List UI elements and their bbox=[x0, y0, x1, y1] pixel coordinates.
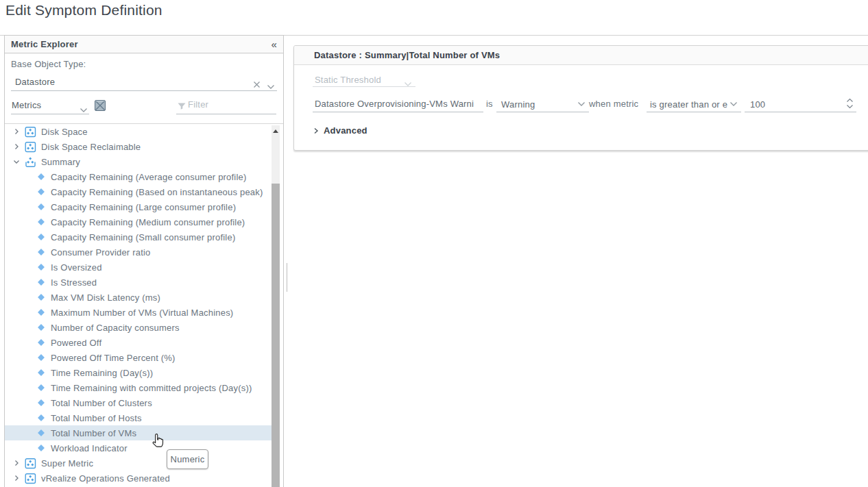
tree-leaf-row[interactable]: Number of Capacity consumers bbox=[5, 320, 272, 335]
metric-diamond-icon bbox=[37, 323, 45, 332]
operator-value: is greater than or e bbox=[650, 99, 727, 110]
metric-diamond-icon bbox=[37, 173, 45, 181]
metric-diamond-icon bbox=[37, 248, 45, 256]
symptom-name-field[interactable] bbox=[313, 95, 483, 112]
tree-leaf-row[interactable]: Is Oversized bbox=[5, 260, 272, 275]
threshold-type-value: Static Threshold bbox=[315, 75, 381, 85]
tree-leaf-row[interactable]: Is Stressed bbox=[5, 275, 272, 290]
chevron-down-icon bbox=[404, 79, 412, 89]
metric-diamond-icon bbox=[37, 414, 45, 422]
criticality-select[interactable]: Warning bbox=[496, 95, 589, 112]
tree-leaf-label: Capacity Remaining (Average consumer pro… bbox=[51, 172, 247, 182]
threshold-value-input[interactable] bbox=[745, 95, 834, 110]
chevron-right-icon bbox=[313, 127, 320, 135]
tree-leaf-label: Is Stressed bbox=[51, 277, 97, 288]
tree-group-label: Disk Space bbox=[41, 127, 88, 137]
chevron-right-icon[interactable] bbox=[12, 474, 21, 482]
metric-group-icon bbox=[25, 126, 36, 138]
tree-leaf-row[interactable]: Capacity Remaining (Small consumer profi… bbox=[5, 229, 272, 245]
criticality-value: Warning bbox=[501, 99, 535, 110]
tree-leaf-label: Consumer Provider ratio bbox=[51, 247, 151, 258]
metric-diamond-icon bbox=[37, 369, 45, 377]
tree-leaf-label: Time Remaining (Day(s)) bbox=[51, 368, 153, 378]
metric-diamond-icon bbox=[37, 278, 45, 286]
metric-diamond-icon bbox=[37, 203, 45, 211]
chevron-down-icon bbox=[730, 99, 738, 109]
base-object-type-value: Datastore bbox=[15, 77, 55, 87]
show-common-metrics-icon[interactable] bbox=[95, 100, 106, 111]
tree-leaf-row[interactable]: Time Remaining (Day(s)) bbox=[5, 365, 272, 380]
metric-group-icon bbox=[25, 141, 36, 153]
tree-group-row[interactable]: Super Metric bbox=[5, 455, 272, 471]
stepper-down-icon[interactable] bbox=[846, 104, 854, 109]
advanced-toggle[interactable]: Advanced bbox=[313, 125, 367, 136]
scroll-up-arrow-icon[interactable] bbox=[273, 129, 278, 133]
clear-icon[interactable] bbox=[253, 79, 261, 91]
tree-leaf-row[interactable]: Time Remaining with committed projects (… bbox=[5, 380, 272, 395]
tree-group-row[interactable]: Summary bbox=[5, 154, 272, 169]
scrollbar-thumb[interactable] bbox=[272, 184, 280, 487]
tree-leaf-label: Capacity Remaining (Based on instantaneo… bbox=[51, 187, 263, 197]
tree-leaf-row[interactable]: Capacity Remaining (Average consumer pro… bbox=[5, 169, 272, 184]
tree-leaf-row[interactable]: Capacity Remaining (Medium consumer prof… bbox=[5, 214, 272, 229]
tree-leaf-label: Powered Off bbox=[51, 338, 101, 348]
tree-leaf-label: Maximum Number of VMs (Virtual Machines) bbox=[51, 308, 233, 318]
chevron-down-icon bbox=[80, 103, 88, 116]
tree-leaf-row[interactable]: Powered Off Time Percent (%) bbox=[5, 350, 272, 365]
tree-leaf-row[interactable]: Workload Indicator bbox=[5, 440, 272, 455]
tree-leaf-row[interactable]: Total Number of Hosts bbox=[5, 410, 272, 425]
filter-funnel-icon bbox=[178, 102, 186, 110]
collapse-panel-icon[interactable]: « bbox=[271, 39, 277, 49]
filter-input[interactable] bbox=[188, 99, 274, 110]
tree-leaf-label: Time Remaining with committed projects (… bbox=[51, 383, 252, 393]
metric-diamond-icon bbox=[37, 308, 45, 316]
metric-diamond-icon bbox=[37, 263, 45, 271]
tree-leaf-row[interactable]: Total Number of VMs bbox=[5, 425, 272, 440]
tree-group-label: Super Metric bbox=[41, 458, 93, 469]
tree-leaf-row[interactable]: Max VM Disk Latency (ms) bbox=[5, 290, 272, 305]
tree-leaf-row[interactable]: Capacity Remaining (Based on instantaneo… bbox=[5, 184, 272, 199]
panel-splitter-grip[interactable] bbox=[287, 263, 287, 292]
chevron-down-icon[interactable] bbox=[267, 80, 275, 92]
operator-select[interactable]: is greater than or e bbox=[647, 95, 741, 112]
tree-group-row[interactable]: vRealize Operations Generated bbox=[5, 471, 272, 486]
tree-group-row[interactable]: Disk Space Reclaimable bbox=[5, 139, 272, 154]
metrics-mode-select[interactable]: Metrics bbox=[11, 97, 89, 114]
metric-diamond-icon bbox=[37, 444, 45, 452]
tree-leaf-row[interactable]: Capacity Remaining (Large consumer profi… bbox=[5, 199, 272, 214]
tree-leaf-label: Powered Off Time Percent (%) bbox=[51, 353, 176, 363]
chevron-right-icon[interactable] bbox=[12, 459, 21, 467]
chevron-right-icon[interactable] bbox=[12, 142, 21, 151]
metric-diamond-icon bbox=[37, 429, 45, 437]
metric-explorer-title: Metric Explorer bbox=[11, 39, 78, 49]
threshold-value-field[interactable] bbox=[745, 95, 856, 112]
tree-leaf-label: Capacity Remaining (Large consumer profi… bbox=[51, 202, 236, 212]
base-object-type-label: Base Object Type: bbox=[11, 59, 283, 69]
tree-leaf-row[interactable]: Total Number of Clusters bbox=[5, 395, 272, 410]
metric-tree: Disk SpaceDisk Space ReclaimableSummaryC… bbox=[5, 123, 283, 487]
metric-group-icon bbox=[25, 473, 36, 484]
metric-diamond-icon bbox=[37, 188, 45, 196]
stepper-up-icon[interactable] bbox=[846, 98, 854, 103]
base-object-type-combobox[interactable]: Datastore bbox=[11, 73, 277, 91]
tree-group-label: vRealize Operations Generated bbox=[41, 473, 170, 484]
number-stepper[interactable] bbox=[846, 98, 854, 109]
tree-leaf-row[interactable]: Powered Off bbox=[5, 335, 272, 350]
metric-diamond-icon bbox=[37, 233, 45, 241]
when-metric-label: when metric bbox=[589, 99, 638, 109]
tooltip-text: Numeric bbox=[171, 454, 205, 464]
tree-leaf-row[interactable]: Maximum Number of VMs (Virtual Machines) bbox=[5, 305, 272, 320]
metric-explorer-panel: Metric Explorer « Base Object Type: Data… bbox=[4, 35, 284, 487]
symptom-card-header: Datastore : Summary|Total Number of VMs bbox=[294, 46, 868, 65]
page-title: Edit Symptom Definition bbox=[5, 2, 162, 18]
tree-group-row[interactable]: Disk Space bbox=[5, 124, 272, 139]
tree-leaf-row[interactable]: Consumer Provider ratio bbox=[5, 245, 272, 260]
symptom-name-input[interactable] bbox=[313, 95, 483, 109]
symptom-definition-card: Datastore : Summary|Total Number of VMs … bbox=[293, 45, 868, 151]
tree-scrollbar[interactable] bbox=[272, 125, 280, 487]
metric-group-icon bbox=[25, 156, 36, 168]
filter-field[interactable] bbox=[176, 97, 276, 114]
chevron-down-icon[interactable] bbox=[12, 158, 21, 166]
advanced-label: Advanced bbox=[324, 125, 367, 136]
chevron-right-icon[interactable] bbox=[12, 127, 21, 136]
